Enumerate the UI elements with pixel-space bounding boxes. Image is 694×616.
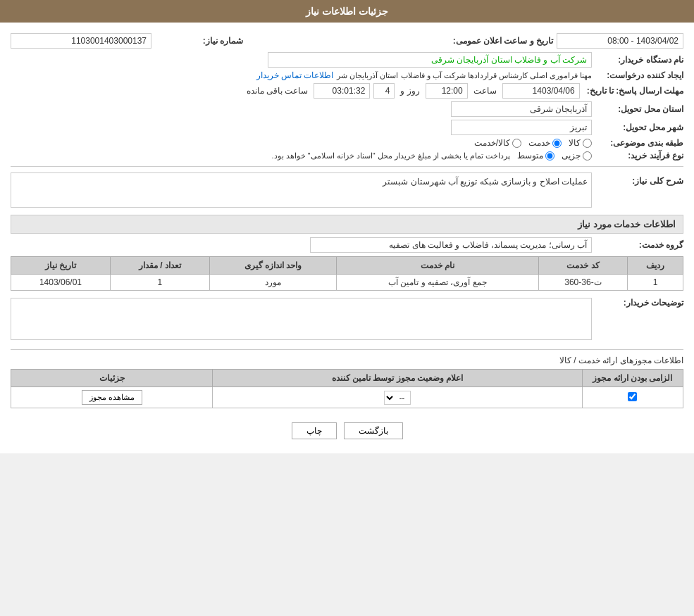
back-button[interactable]: بازگشت [344,422,403,439]
noe-jozi-item: جزیی [562,151,592,161]
print-button[interactable]: چاپ [292,422,337,439]
sharh-label: شرح کلی نیاز: [592,172,683,186]
mohlat-row: مهلت ارسال پاسخ: تا تاریخ: 1403/04/06 سا… [11,83,683,99]
moshahede-button[interactable]: مشاهده مجوز [82,390,142,405]
ostan-label: استان محل تحویل: [592,104,683,114]
page-content: شماره نیاز: 1103001403000137 1403/04/02 … [0,23,694,453]
td-name: جمع آوری، تصفیه و تامین آب [337,275,538,291]
page-wrapper: جزئیات اطلاعات نیاز شماره نیاز: 11030014… [0,0,694,453]
noe-motavasset-label: متوسط [517,151,543,161]
page-title: جزئیات اطلاعات نیاز [306,6,388,17]
mohlat-label: مهلت ارسال پاسخ: تا تاریخ: [583,86,683,96]
tabaqe-radio-group: کالا خدمت کالا/خدمت [474,138,592,148]
noe-motavasset-item: متوسط [517,151,554,161]
gorohe-value: آب رسانی؛ مدیریت پسماند، فاضلاب و فعالیت… [310,237,592,253]
tabaqe-kala-item: کالا [569,138,592,148]
shomara-label: شماره نیاز: [151,36,243,46]
tarikh-label: تاریخ و ساعت اعلان عمومی: [450,36,557,46]
khidmat-section-title: اطلاعات خدمات مورد نیاز [11,215,683,234]
top-info-row: شماره نیاز: 1103001403000137 1403/04/02 … [11,33,683,49]
tabaqe-kala-label: کالا [569,138,581,148]
divider-2 [11,349,683,350]
tabaqe-kala-khidmat-radio[interactable] [512,139,521,148]
mojavez-checkbox-cell [582,387,683,408]
tabaqe-khidmat-radio[interactable] [552,139,562,148]
sharh-box: عملیات اصلاح و بازسازی شبکه توزیع آب شهر… [11,172,592,208]
tabaqe-kala-radio[interactable] [583,139,592,148]
noe-row: نوع فرآیند خرید: جزیی متوسط پرداخت تمام … [11,151,683,161]
noe-radio-group: جزیی متوسط [517,151,592,161]
td-vahed: مورد [209,275,336,291]
mohlat-saat-label: ساعت [473,86,497,96]
mojavez-row: -- مشاهده مجوز [11,387,683,408]
tarikh-value: 1403/04/02 - 08:00 [557,33,683,49]
mojavez-btn-cell: مشاهده مجوز [11,387,213,408]
th-kod: کد خدمت [538,257,628,275]
th-tarikh: تاریخ نیاز [11,257,111,275]
th-tedad: تعداد / مقدار [110,257,209,275]
td-kod: ت-36-360 [538,275,628,291]
shahr-value: تبریز [451,120,592,135]
sharh-row: شرح کلی نیاز: عملیات اصلاح و بازسازی شبک… [11,172,683,208]
noe-note: پرداخت تمام یا بخشی از مبلغ خریدار محل "… [271,151,510,161]
th-joziyat: جزئیات [11,370,213,387]
tabaqe-label: طبقه بندی موضوعی: [592,138,683,148]
table-row: 1ت-36-360جمع آوری، تصفیه و تامین آبمورد1… [11,275,683,291]
th-name: نام خدمت [337,257,538,275]
mohlat-date: 1403/04/06 [502,83,580,99]
shomara-group: شماره نیاز: 1103001403000137 [11,33,243,49]
mojavez-select-cell: -- [213,387,583,408]
shahr-label: شهر محل تحویل: [592,122,683,132]
th-aalam: اعلام وضعیت مجوز توسط تامین کننده [213,370,583,387]
td-tarikh: 1403/06/01 [11,275,111,291]
ijad-value: مهنا فراموری اصلی کارشناس قراردادها شرکت… [337,71,592,80]
buyer-desc-box [11,298,592,340]
th-vahed: واحد اندازه گیری [209,257,336,275]
daststgah-label: نام دستگاه خریدار: [592,55,683,65]
ostan-row: استان محل تحویل: آذربایجان شرقی [11,101,683,117]
tabaqe-kala-khidmat-item: کالا/خدمت [474,138,521,148]
mohlat-rooz: 4 [373,83,395,99]
mohlat-rooz-label: روز و [400,86,419,96]
baqi-value: 03:01:32 [314,83,370,99]
shomara-value: 1103001403000137 [11,33,151,49]
th-radif: ردیف [628,257,683,275]
noe-motavasset-radio[interactable] [545,151,554,161]
page-header: جزئیات اطلاعات نیاز [0,0,694,23]
gorohe-label: گروه خدمت: [592,240,683,250]
ijad-row: ایجاد کننده درخواست: مهنا فراموری اصلی ک… [11,70,683,80]
buyer-desc-row: توضیحات خریدار: [11,294,683,344]
gorohe-row: گروه خدمت: آب رسانی؛ مدیریت پسماند، فاضل… [11,237,683,253]
btn-row: بازگشت چاپ [11,422,683,439]
ijad-link[interactable]: اطلاعات تماس خریدار [256,70,334,80]
tarikh-group: 1403/04/02 - 08:00 تاریخ و ساعت اعلان عم… [450,33,683,49]
td-radif: 1 [628,275,683,291]
tabaqe-khidmat-item: خدمت [528,138,562,148]
daststgah-row: نام دستگاه خریدار: شرکت آب و فاضلاب استا… [11,52,683,68]
tabaqe-row: طبقه بندی موضوعی: کالا خدمت کالا/خدمت [11,138,683,148]
noe-label: نوع فرآیند خرید: [592,151,683,161]
tabaqe-kala-khidmat-label: کالا/خدمت [474,138,510,148]
baqi-label: ساعت باقی مانده [247,86,309,96]
mojavez-title: اطلاعات مجوزهای ارائه خدمت / کالا [11,356,683,365]
mojavez-select[interactable]: -- [384,391,411,405]
ostan-value: آذربایجان شرقی [451,101,592,117]
sharh-value: عملیات اصلاح و بازسازی شبکه توزیع آب شهر… [383,177,588,187]
ijad-label: ایجاد کننده درخواست: [592,70,683,80]
mojavez-table: الزامی بودن ارائه مجوز اعلام وضعیت مجوز … [11,369,683,408]
daststgah-value: شرکت آب و فاضلاب استان آذربایجان شرقی [268,52,592,68]
divider-1 [11,166,683,167]
noe-jozi-radio[interactable] [583,151,592,161]
noe-jozi-label: جزیی [562,151,581,161]
services-table: ردیف کد خدمت نام خدمت واحد اندازه گیری ت… [11,256,683,291]
mohlat-saat: 12:00 [426,83,468,99]
mojavez-checkbox[interactable] [628,392,637,401]
shahr-row: شهر محل تحویل: تبریز [11,120,683,135]
buyer-desc-label: توضیحات خریدار: [592,294,683,308]
th-elzami: الزامی بودن ارائه مجوز [582,370,683,387]
tabaqe-khidmat-label: خدمت [528,138,550,148]
td-tedad: 1 [110,275,209,291]
